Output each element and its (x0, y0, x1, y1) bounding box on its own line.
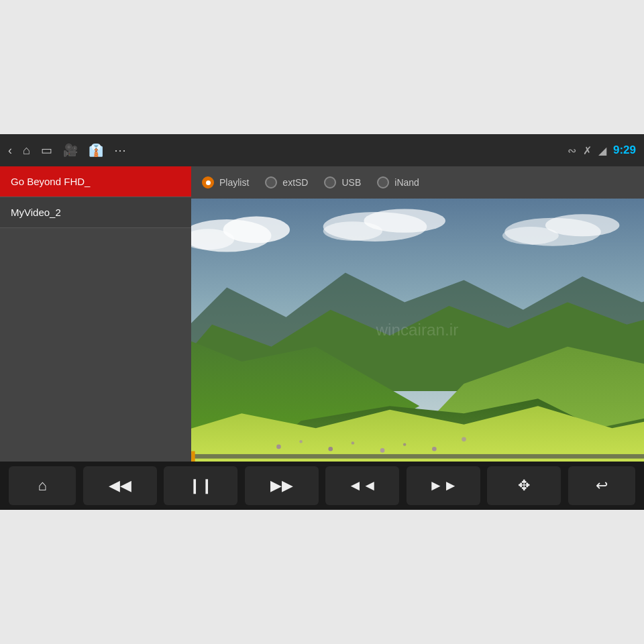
tab-playlist-label: Playlist (219, 177, 249, 188)
cast-icon: ∾ (568, 144, 576, 157)
svg-text:wincairan.ir: wincairan.ir (376, 321, 459, 339)
tab-extsd-dot (265, 176, 277, 189)
playlist-sidebar: Go Beyond FHD_ MyVideo_2 (0, 166, 191, 462)
fullscreen-button[interactable]: ✥ (487, 466, 561, 505)
svg-point-20 (380, 448, 385, 453)
home-icon[interactable]: ⌂ (23, 144, 30, 158)
device-screen: ‹ ⌂ ▭ 🎥 👔 ⋯ ∾ ✗ ◢ 9:29 Go Beyond FHD_ My… (0, 134, 644, 510)
bag-icon[interactable]: 👔 (89, 143, 103, 158)
tab-inand-label: iNand (394, 177, 419, 188)
tab-inand-dot (377, 176, 389, 189)
bluetooth-icon: ✗ (583, 144, 592, 157)
tab-usb[interactable]: USB (324, 176, 361, 189)
svg-point-6 (323, 221, 382, 241)
svg-point-17 (299, 440, 302, 443)
multiwindow-icon[interactable]: ▭ (41, 143, 52, 158)
time-display: 9:29 (613, 144, 636, 157)
control-bar: ⌂ ◀◀ ❙❙ ▶▶ ◄◄ ►► ✥ ↩ (0, 462, 644, 510)
svg-point-9 (502, 227, 559, 245)
playlist-item-1[interactable]: MyVideo_2 (0, 197, 191, 228)
forward-button[interactable]: ►► (407, 466, 480, 505)
tab-playlist[interactable]: Playlist (202, 176, 249, 189)
video-area: wincairan.ir (191, 199, 644, 462)
playlist-item-0[interactable]: Go Beyond FHD_ (0, 166, 191, 197)
next-button[interactable]: ▶▶ (245, 466, 319, 505)
prev-button[interactable]: ◀◀ (83, 466, 157, 505)
tab-usb-dot (324, 176, 336, 189)
svg-point-18 (328, 447, 333, 451)
tab-extsd-label: extSD (282, 177, 308, 188)
svg-point-22 (432, 447, 437, 451)
back-icon[interactable]: ‹ (8, 144, 12, 158)
status-bar: ‹ ⌂ ▭ 🎥 👔 ⋯ ∾ ✗ ◢ 9:29 (0, 134, 644, 166)
wifi-icon: ◢ (598, 144, 606, 157)
svg-rect-25 (191, 454, 644, 459)
svg-point-23 (462, 437, 466, 442)
tab-inand[interactable]: iNand (377, 176, 419, 189)
back-button[interactable]: ↩ (568, 466, 635, 505)
tab-extsd[interactable]: extSD (265, 176, 308, 189)
home-button[interactable]: ⌂ (9, 466, 76, 505)
tab-playlist-dot (202, 176, 214, 189)
right-panel: Playlist extSD USB iNand (191, 166, 644, 462)
main-content: Go Beyond FHD_ MyVideo_2 Playlist extSD (0, 166, 644, 462)
camera-icon[interactable]: 🎥 (63, 143, 78, 158)
tab-usb-label: USB (341, 177, 361, 188)
svg-point-19 (352, 441, 354, 444)
outer-wrapper: ‹ ⌂ ▭ 🎥 👔 ⋯ ∾ ✗ ◢ 9:29 Go Beyond FHD_ My… (0, 0, 644, 644)
status-right: ∾ ✗ ◢ 9:29 (568, 144, 636, 157)
svg-point-21 (403, 443, 406, 445)
svg-point-16 (276, 445, 281, 449)
more-icon[interactable]: ⋯ (114, 143, 126, 158)
source-tabs: Playlist extSD USB iNand (191, 166, 644, 199)
rewind-button[interactable]: ◄◄ (325, 466, 399, 505)
pause-button[interactable]: ❙❙ (164, 466, 237, 505)
svg-rect-27 (191, 451, 195, 462)
